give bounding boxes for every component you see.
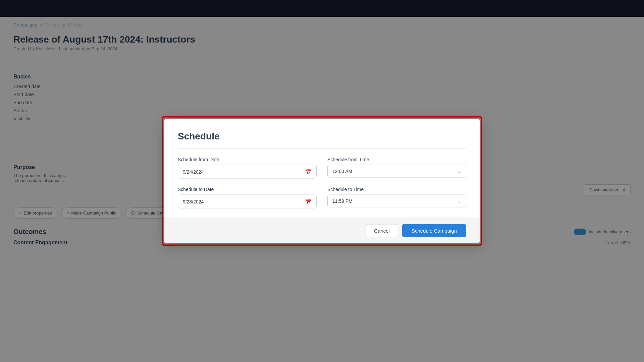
- to-date-field-group: Schedule to Date 9/28/2024 📅: [178, 187, 317, 208]
- to-time-select[interactable]: 11:59 PM ⌄: [327, 195, 466, 207]
- from-time-field-group: Schedule from Time 12:00 AM ⌄: [327, 157, 466, 179]
- from-time-select[interactable]: 12:00 AM ⌄: [327, 165, 466, 178]
- from-time-chevron-icon: ⌄: [457, 169, 461, 174]
- modal-footer: Cancel Schedule Campaign: [164, 218, 480, 243]
- to-time-value: 11:59 PM: [332, 198, 353, 204]
- to-time-field-group: Schedule to Time 11:59 PM ⌄: [327, 187, 466, 208]
- from-time-label: Schedule from Time: [327, 157, 466, 162]
- from-time-value: 12:00 AM: [332, 169, 352, 174]
- from-date-calendar-icon: 📅: [305, 169, 312, 175]
- modal-fields: Schedule from Date 9/24/2024 📅 Schedule …: [178, 157, 466, 208]
- from-date-value: 9/24/2024: [183, 169, 204, 174]
- modal-title: Schedule: [178, 131, 466, 149]
- cancel-button[interactable]: Cancel: [366, 224, 398, 237]
- to-date-calendar-icon: 📅: [305, 198, 312, 205]
- modal-body: Schedule Schedule from Date 9/24/2024 📅 …: [164, 119, 480, 218]
- from-date-label: Schedule from Date: [178, 157, 317, 162]
- to-date-label: Schedule to Date: [178, 187, 317, 192]
- modal-wrapper: Schedule Schedule from Date 9/24/2024 📅 …: [162, 116, 482, 246]
- to-date-value: 9/28/2024: [183, 199, 204, 204]
- schedule-modal: Schedule Schedule from Date 9/24/2024 📅 …: [164, 119, 480, 243]
- from-date-field-group: Schedule from Date 9/24/2024 📅: [178, 157, 317, 179]
- to-time-label: Schedule to Time: [327, 187, 466, 192]
- to-date-input[interactable]: 9/28/2024 📅: [178, 195, 317, 208]
- to-time-chevron-icon: ⌄: [457, 198, 461, 204]
- schedule-campaign-modal-button[interactable]: Schedule Campaign: [402, 224, 466, 237]
- from-date-input[interactable]: 9/24/2024 📅: [178, 165, 317, 179]
